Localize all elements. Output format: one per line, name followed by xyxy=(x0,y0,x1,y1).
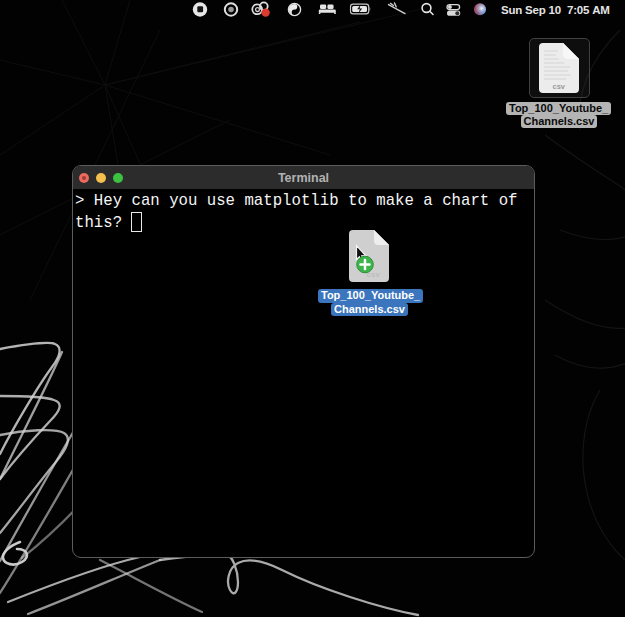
svg-text:csv: csv xyxy=(553,82,566,91)
